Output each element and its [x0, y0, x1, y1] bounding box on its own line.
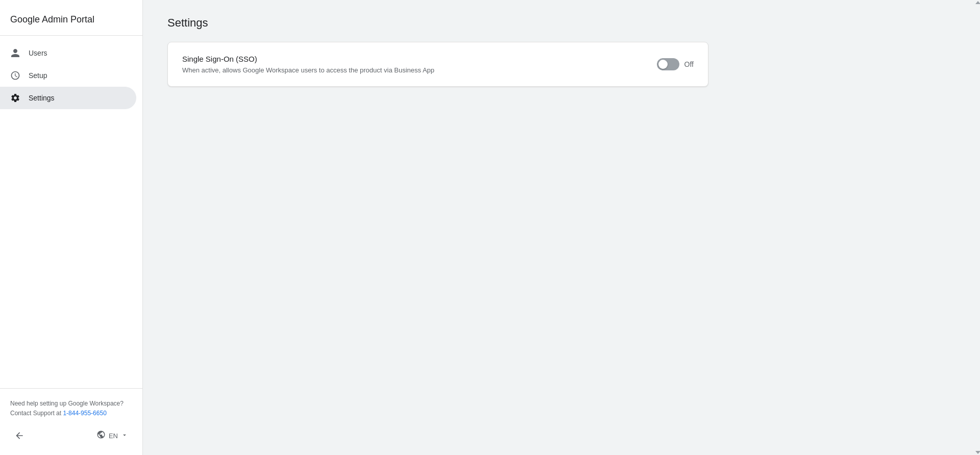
- toggle-thumb: [658, 60, 668, 69]
- person-icon: [10, 48, 20, 58]
- sso-toggle-container: Off: [657, 58, 694, 70]
- sidebar-footer: Need help setting up Google Workspace? C…: [0, 388, 142, 455]
- scroll-down-arrow[interactable]: [975, 451, 980, 454]
- sso-title: Single Sign-On (SSO): [182, 55, 657, 63]
- sso-card-content: Single Sign-On (SSO) When active, allows…: [182, 55, 657, 74]
- back-button[interactable]: [10, 426, 29, 445]
- support-phone-link[interactable]: 1-844-955-6650: [63, 410, 106, 417]
- app-title: Google Admin Portal: [10, 14, 94, 24]
- sidebar: Google Admin Portal Users Setup: [0, 0, 143, 455]
- page-title: Settings: [167, 16, 955, 30]
- main-content: Settings Single Sign-On (SSO) When activ…: [143, 0, 980, 455]
- sso-toggle[interactable]: [657, 58, 679, 70]
- scroll-indicators: [976, 0, 980, 455]
- sidebar-header: Google Admin Portal: [0, 0, 142, 36]
- language-label: EN: [109, 432, 118, 440]
- sso-description: When active, allows Google Workspace use…: [182, 66, 657, 74]
- sidebar-item-setup[interactable]: Setup: [0, 64, 136, 87]
- scroll-up-arrow[interactable]: [975, 1, 980, 4]
- globe-icon: [96, 430, 106, 442]
- gear-icon: [10, 93, 20, 103]
- help-text: Need help setting up Google Workspace? C…: [10, 399, 132, 418]
- sidebar-item-users-label: Users: [29, 49, 47, 57]
- chevron-down-icon: [121, 432, 128, 440]
- sso-settings-card: Single Sign-On (SSO) When active, allows…: [167, 42, 708, 87]
- language-selector[interactable]: EN: [92, 427, 132, 445]
- footer-actions: EN: [10, 426, 132, 445]
- sso-toggle-label: Off: [684, 60, 694, 68]
- sidebar-item-settings-label: Settings: [29, 94, 55, 102]
- sidebar-item-setup-label: Setup: [29, 71, 47, 80]
- sidebar-item-settings[interactable]: Settings: [0, 87, 136, 109]
- clock-icon: [10, 70, 20, 81]
- toggle-track: [657, 58, 679, 70]
- sidebar-item-users[interactable]: Users: [0, 42, 136, 64]
- sidebar-nav: Users Setup Settings: [0, 36, 142, 388]
